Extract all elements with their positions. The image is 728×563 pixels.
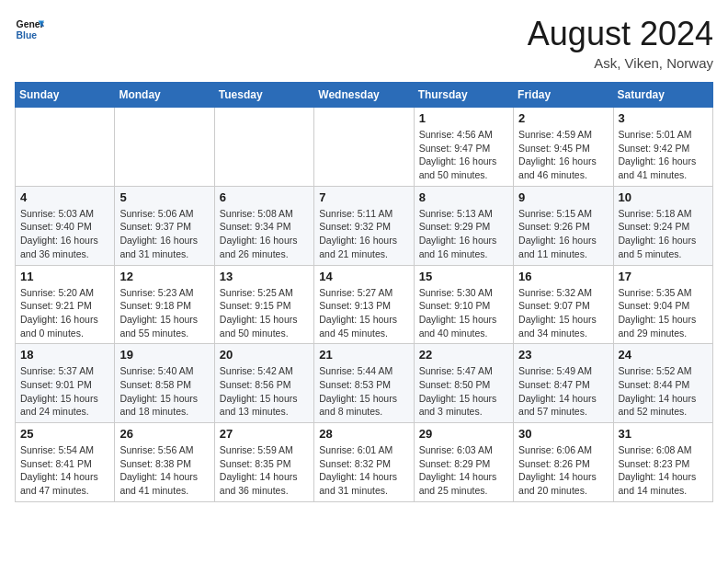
day-info: Sunrise: 5:56 AM Sunset: 8:38 PM Dayligh… xyxy=(119,443,209,498)
day-number: 26 xyxy=(119,427,209,441)
day-info: Sunrise: 5:25 AM Sunset: 9:15 PM Dayligh… xyxy=(220,286,309,340)
calendar-subtitle: Ask, Viken, Norway xyxy=(528,55,713,71)
calendar-cell: 26Sunrise: 5:56 AM Sunset: 8:38 PM Dayli… xyxy=(115,423,214,502)
calendar-cell: 18Sunrise: 5:37 AM Sunset: 9:01 PM Dayli… xyxy=(16,344,115,423)
calendar-cell: 5Sunrise: 5:06 AM Sunset: 9:37 PM Daylig… xyxy=(115,186,214,265)
calendar-cell: 7Sunrise: 5:11 AM Sunset: 9:32 PM Daylig… xyxy=(314,186,414,265)
calendar-cell: 14Sunrise: 5:27 AM Sunset: 9:13 PM Dayli… xyxy=(314,265,414,344)
day-number: 18 xyxy=(20,348,109,362)
calendar-cell: 31Sunrise: 6:08 AM Sunset: 8:23 PM Dayli… xyxy=(613,423,712,502)
calendar-cell: 13Sunrise: 5:25 AM Sunset: 9:15 PM Dayli… xyxy=(214,265,313,344)
day-number: 13 xyxy=(220,270,309,283)
day-info: Sunrise: 5:03 AM Sunset: 9:40 PM Dayligh… xyxy=(20,207,109,261)
weekday-header-friday: Friday xyxy=(514,83,613,108)
day-number: 15 xyxy=(419,270,508,283)
day-info: Sunrise: 5:08 AM Sunset: 9:34 PM Dayligh… xyxy=(220,207,309,261)
calendar-cell: 21Sunrise: 5:44 AM Sunset: 8:53 PM Dayli… xyxy=(314,344,414,423)
weekday-header-tuesday: Tuesday xyxy=(214,83,313,108)
day-number: 4 xyxy=(20,190,109,204)
day-number: 7 xyxy=(319,190,408,204)
calendar-cell: 12Sunrise: 5:23 AM Sunset: 9:18 PM Dayli… xyxy=(115,265,214,344)
day-info: Sunrise: 5:11 AM Sunset: 9:32 PM Dayligh… xyxy=(319,207,408,261)
weekday-header-row: SundayMondayTuesdayWednesdayThursdayFrid… xyxy=(16,83,713,108)
day-number: 30 xyxy=(518,427,608,441)
calendar-cell: 25Sunrise: 5:54 AM Sunset: 8:41 PM Dayli… xyxy=(16,423,115,502)
calendar-cell: 29Sunrise: 6:03 AM Sunset: 8:29 PM Dayli… xyxy=(414,423,513,502)
day-number: 27 xyxy=(220,427,309,441)
calendar-cell: 10Sunrise: 5:18 AM Sunset: 9:24 PM Dayli… xyxy=(613,186,712,265)
calendar-cell: 3Sunrise: 5:01 AM Sunset: 9:42 PM Daylig… xyxy=(613,108,712,187)
calendar-week-4: 18Sunrise: 5:37 AM Sunset: 9:01 PM Dayli… xyxy=(16,344,713,423)
day-info: Sunrise: 4:59 AM Sunset: 9:45 PM Dayligh… xyxy=(518,128,608,182)
day-info: Sunrise: 5:27 AM Sunset: 9:13 PM Dayligh… xyxy=(319,286,408,340)
day-number: 5 xyxy=(119,190,209,204)
calendar-cell: 30Sunrise: 6:06 AM Sunset: 8:26 PM Dayli… xyxy=(514,423,613,502)
logo: General Blue xyxy=(15,15,44,44)
calendar-cell: 27Sunrise: 5:59 AM Sunset: 8:35 PM Dayli… xyxy=(214,423,313,502)
day-number: 14 xyxy=(319,270,408,283)
calendar-week-5: 25Sunrise: 5:54 AM Sunset: 8:41 PM Dayli… xyxy=(16,423,713,502)
calendar-cell: 15Sunrise: 5:30 AM Sunset: 9:10 PM Dayli… xyxy=(414,265,513,344)
calendar-cell xyxy=(115,108,214,187)
day-info: Sunrise: 5:49 AM Sunset: 8:47 PM Dayligh… xyxy=(518,364,608,419)
day-number: 28 xyxy=(319,427,408,441)
day-info: Sunrise: 5:42 AM Sunset: 8:56 PM Dayligh… xyxy=(220,364,309,419)
day-info: Sunrise: 6:03 AM Sunset: 8:29 PM Dayligh… xyxy=(419,443,508,498)
day-number: 1 xyxy=(419,111,508,125)
calendar-cell xyxy=(314,108,414,187)
calendar-cell: 22Sunrise: 5:47 AM Sunset: 8:50 PM Dayli… xyxy=(414,344,513,423)
day-number: 22 xyxy=(419,348,508,362)
day-info: Sunrise: 5:23 AM Sunset: 9:18 PM Dayligh… xyxy=(119,286,209,340)
calendar-cell: 1Sunrise: 4:56 AM Sunset: 9:47 PM Daylig… xyxy=(414,108,513,187)
calendar-table: SundayMondayTuesdayWednesdayThursdayFrid… xyxy=(15,82,713,502)
day-info: Sunrise: 5:32 AM Sunset: 9:07 PM Dayligh… xyxy=(518,286,608,340)
calendar-title: August 2024 xyxy=(528,15,713,53)
calendar-cell: 8Sunrise: 5:13 AM Sunset: 9:29 PM Daylig… xyxy=(414,186,513,265)
day-number: 20 xyxy=(220,348,309,362)
svg-text:Blue: Blue xyxy=(17,30,38,40)
day-info: Sunrise: 5:47 AM Sunset: 8:50 PM Dayligh… xyxy=(419,364,508,419)
day-info: Sunrise: 5:06 AM Sunset: 9:37 PM Dayligh… xyxy=(119,207,209,261)
day-info: Sunrise: 5:37 AM Sunset: 9:01 PM Dayligh… xyxy=(20,364,109,419)
weekday-header-monday: Monday xyxy=(115,83,214,108)
weekday-header-saturday: Saturday xyxy=(613,83,712,108)
day-info: Sunrise: 4:56 AM Sunset: 9:47 PM Dayligh… xyxy=(419,128,508,182)
calendar-cell: 16Sunrise: 5:32 AM Sunset: 9:07 PM Dayli… xyxy=(514,265,613,344)
calendar-cell xyxy=(214,108,313,187)
calendar-cell: 4Sunrise: 5:03 AM Sunset: 9:40 PM Daylig… xyxy=(16,186,115,265)
day-number: 2 xyxy=(518,111,608,125)
day-info: Sunrise: 6:06 AM Sunset: 8:26 PM Dayligh… xyxy=(518,443,608,498)
day-number: 11 xyxy=(20,270,109,283)
day-number: 24 xyxy=(619,348,708,362)
day-number: 3 xyxy=(619,111,708,125)
calendar-cell: 24Sunrise: 5:52 AM Sunset: 8:44 PM Dayli… xyxy=(613,344,712,423)
day-info: Sunrise: 5:52 AM Sunset: 8:44 PM Dayligh… xyxy=(619,364,708,419)
day-info: Sunrise: 5:35 AM Sunset: 9:04 PM Dayligh… xyxy=(619,286,708,340)
day-number: 6 xyxy=(220,190,309,204)
day-info: Sunrise: 5:20 AM Sunset: 9:21 PM Dayligh… xyxy=(20,286,109,340)
day-number: 8 xyxy=(419,190,508,204)
day-number: 9 xyxy=(518,190,608,204)
day-number: 12 xyxy=(119,270,209,283)
day-number: 23 xyxy=(518,348,608,362)
calendar-cell: 9Sunrise: 5:15 AM Sunset: 9:26 PM Daylig… xyxy=(514,186,613,265)
day-info: Sunrise: 5:59 AM Sunset: 8:35 PM Dayligh… xyxy=(220,443,309,498)
calendar-cell: 11Sunrise: 5:20 AM Sunset: 9:21 PM Dayli… xyxy=(16,265,115,344)
calendar-week-2: 4Sunrise: 5:03 AM Sunset: 9:40 PM Daylig… xyxy=(16,186,713,265)
day-info: Sunrise: 5:40 AM Sunset: 8:58 PM Dayligh… xyxy=(119,364,209,419)
day-number: 25 xyxy=(20,427,109,441)
day-number: 10 xyxy=(619,190,708,204)
day-number: 16 xyxy=(518,270,608,283)
calendar-week-3: 11Sunrise: 5:20 AM Sunset: 9:21 PM Dayli… xyxy=(16,265,713,344)
page-header: General Blue August 2024 Ask, Viken, Nor… xyxy=(15,15,713,71)
calendar-cell: 17Sunrise: 5:35 AM Sunset: 9:04 PM Dayli… xyxy=(613,265,712,344)
day-info: Sunrise: 5:15 AM Sunset: 9:26 PM Dayligh… xyxy=(518,207,608,261)
day-info: Sunrise: 5:44 AM Sunset: 8:53 PM Dayligh… xyxy=(319,364,408,419)
logo-icon: General Blue xyxy=(15,15,44,44)
calendar-cell: 19Sunrise: 5:40 AM Sunset: 8:58 PM Dayli… xyxy=(115,344,214,423)
title-block: August 2024 Ask, Viken, Norway xyxy=(528,15,713,71)
calendar-cell: 20Sunrise: 5:42 AM Sunset: 8:56 PM Dayli… xyxy=(214,344,313,423)
weekday-header-thursday: Thursday xyxy=(414,83,513,108)
day-info: Sunrise: 5:18 AM Sunset: 9:24 PM Dayligh… xyxy=(619,207,708,261)
day-number: 17 xyxy=(619,270,708,283)
